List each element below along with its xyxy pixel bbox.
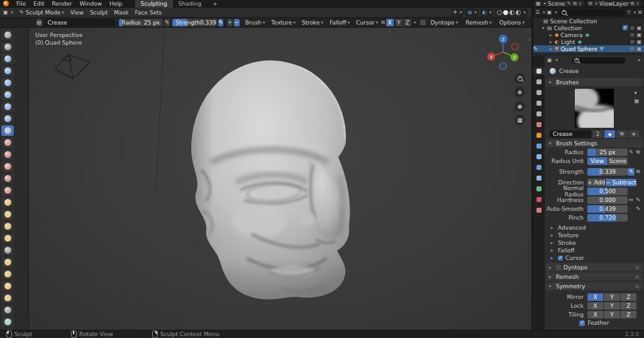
radius-prop-slider[interactable]: 25 px <box>587 149 628 156</box>
duplicate-brush-button[interactable]: ⧉ <box>616 130 627 138</box>
hardness-invert-icon[interactable]: ↔ <box>628 197 635 203</box>
direction-add-button[interactable]: + <box>227 19 233 26</box>
properties-tab[interactable] <box>533 152 545 161</box>
tool-button[interactable] <box>1 161 14 172</box>
gizmo-toggle[interactable]: ✛▾ <box>451 8 464 16</box>
pinch-slider[interactable]: 0.720 <box>587 214 628 222</box>
close-scene-icon[interactable]: ✕ <box>579 1 582 6</box>
filter-icon[interactable]: ▽ <box>627 10 631 15</box>
tiling-y-button[interactable]: Y <box>604 311 619 318</box>
lock-z-button[interactable]: Z <box>621 302 636 310</box>
strength-prop-slider[interactable]: 0.339 <box>587 168 628 176</box>
menu-window[interactable]: Window <box>76 1 106 7</box>
subpanel-checkbox[interactable] <box>558 256 563 261</box>
camera-view-button[interactable]: ◉ <box>514 101 525 111</box>
tool-button[interactable] <box>1 209 14 220</box>
tool-button[interactable] <box>1 233 14 244</box>
outliner-row[interactable]: ▾ ▤ Collection ⊙ ▣ <box>533 25 644 31</box>
camera-object-wireframe[interactable] <box>53 53 94 83</box>
dyntopo-panel-checkbox[interactable] <box>556 265 561 270</box>
disclosure-arrow[interactable]: ▸ <box>550 33 555 38</box>
add-workspace-button[interactable]: + <box>207 0 223 8</box>
cursor-popover[interactable]: Cursor▾ <box>353 18 381 27</box>
tool-button[interactable] <box>1 137 14 148</box>
tool-button[interactable] <box>1 77 14 88</box>
tiling-x-button[interactable]: X <box>587 311 603 318</box>
dyntopo-checkbox[interactable] <box>420 20 426 25</box>
menu-view[interactable]: View <box>67 8 87 17</box>
radius-slider[interactable]: Radius25 px <box>119 19 164 26</box>
subpanel-header[interactable]: ▸ Stroke <box>545 239 644 247</box>
properties-tab[interactable] <box>533 131 545 139</box>
outliner-item-label[interactable]: Scene Collection <box>550 18 597 25</box>
tool-button[interactable] <box>1 281 14 291</box>
strength-unify-icon[interactable]: ⧉ <box>635 169 641 175</box>
auto-smooth-slider[interactable]: 0.439 <box>587 205 628 213</box>
radius-unit-scene-button[interactable]: Scene <box>608 157 628 165</box>
orientation-gizmo[interactable]: Z X Y <box>484 31 523 70</box>
tool-button[interactable] <box>1 125 14 136</box>
properties-tab[interactable] <box>533 163 545 171</box>
texture-popover[interactable]: Texture▾ <box>268 18 298 27</box>
dyntopo-panel-header[interactable]: ▸ Dyntopo≡ <box>546 263 643 271</box>
brush-preview-image[interactable] <box>575 89 614 128</box>
properties-tab[interactable] <box>533 120 545 128</box>
render-visibility-icon[interactable]: ▣ <box>636 25 641 31</box>
brush-name-field[interactable]: Crease <box>44 19 115 26</box>
brush-settings-panel-header[interactable]: ▾Brush Settings <box>546 139 643 147</box>
preview-image-icon[interactable]: ▦ <box>634 98 639 104</box>
outliner-item-label[interactable]: Camera <box>560 32 582 38</box>
mirror-z-button[interactable]: Z <box>621 293 636 301</box>
collection-checkbox[interactable] <box>623 25 628 30</box>
properties-editor-icon[interactable]: ▣ <box>547 58 552 63</box>
tool-button[interactable] <box>1 245 14 256</box>
perspective-toggle-button[interactable]: ▦ <box>514 115 525 125</box>
tool-button[interactable] <box>1 305 14 315</box>
strength-slider[interactable]: Strength0.339 <box>172 19 217 26</box>
properties-tab[interactable] <box>533 206 545 214</box>
solid-shading-button[interactable] <box>503 10 508 15</box>
tool-button[interactable] <box>1 197 14 208</box>
pin-icon[interactable]: ✎ <box>567 1 571 6</box>
lock-y-button[interactable]: Y <box>604 302 619 310</box>
outliner-row[interactable]: ▸ ◆ Camera ◉ ⊙ ▣ <box>533 31 644 38</box>
xray-toggle[interactable]: ◐▾ <box>480 8 494 16</box>
sidebar-collapse-arrow[interactable]: ‹ <box>528 37 531 43</box>
menu-sculpt[interactable]: Sculpt <box>87 8 111 17</box>
direction-subtract-button[interactable]: − <box>234 19 240 26</box>
tool-button[interactable] <box>1 221 14 232</box>
pan-button[interactable]: ✥ <box>514 87 525 98</box>
browse-brush-button[interactable]: ▤ <box>36 19 42 26</box>
dyntopo-popover[interactable]: Dyntopo▾ <box>427 18 461 27</box>
falloff-popover[interactable]: Falloff▾ <box>326 18 353 27</box>
symmetry-x-button[interactable]: X <box>386 19 394 26</box>
overlays-toggle[interactable]: ◍▾ <box>465 8 479 16</box>
mirror-y-button[interactable]: Y <box>604 293 619 301</box>
tool-button[interactable] <box>1 317 14 327</box>
subpanel-header[interactable]: ▸ Texture <box>545 232 644 239</box>
brushes-panel-header[interactable]: ▾Brushes <box>546 78 643 86</box>
subpanel-header[interactable]: ▸ Cursor <box>545 254 644 262</box>
properties-tab[interactable] <box>533 99 545 107</box>
new-viewlayer-icon[interactable]: ⧉ <box>630 1 634 6</box>
symmetry-z-button[interactable]: Z <box>404 19 411 26</box>
tool-button[interactable] <box>1 257 14 268</box>
mode-selector[interactable]: ✎ Sculpt Mode▾ <box>16 8 67 17</box>
users-count-button[interactable]: 2 <box>592 130 603 138</box>
brush-name-input[interactable]: Crease <box>550 130 591 138</box>
menu-mask[interactable]: Mask <box>111 8 131 17</box>
sculpted-head-mesh[interactable] <box>157 50 421 315</box>
tab-sculpting[interactable]: Sculpting <box>135 0 173 8</box>
preview-dropdown-icon[interactable]: ▾ <box>634 90 639 96</box>
radius-pressure-button[interactable]: ✎ <box>164 19 170 26</box>
close-viewlayer-icon[interactable]: ✕ <box>636 1 640 6</box>
menu-file[interactable]: File <box>13 1 30 7</box>
tool-button[interactable] <box>1 65 14 76</box>
hardness-slider[interactable]: 0.000 <box>587 196 628 204</box>
symmetry-y-button[interactable]: Y <box>395 19 402 26</box>
hide-eye-icon[interactable]: ⊙ <box>630 32 635 38</box>
outliner-row[interactable]: ✎ ▸ ▼ Quad Sphere ▼ ⊙ ▣ <box>533 45 644 52</box>
tool-button[interactable] <box>1 89 14 100</box>
tool-button[interactable] <box>1 269 14 279</box>
outliner-item-label[interactable]: Collection <box>554 25 582 31</box>
